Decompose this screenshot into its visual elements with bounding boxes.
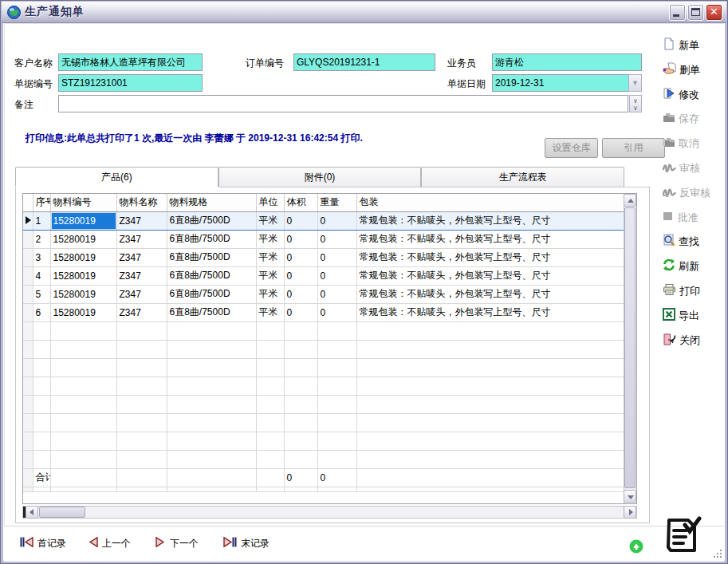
audit-icon	[663, 161, 676, 176]
grid-cell[interactable]: 15280019	[50, 303, 116, 321]
tab-products[interactable]: 产品(6)	[15, 167, 218, 187]
row-selector-cell[interactable]	[23, 248, 33, 266]
row-selector-cell[interactable]	[23, 285, 33, 303]
grid-cell[interactable]: 平米	[256, 248, 284, 266]
grid-cell[interactable]: 0	[284, 211, 317, 230]
grid-cell[interactable]: 常规包装：不贴唛头，外包装写上型号、尺寸	[356, 248, 625, 266]
tab-process-table[interactable]: 生产流程表	[421, 167, 624, 187]
vertical-scroll-thumb[interactable]	[624, 207, 636, 488]
grid-cell[interactable]: 5	[33, 285, 50, 303]
grid-cell	[116, 450, 167, 468]
row-selector-cell[interactable]	[23, 211, 33, 230]
grid-cell[interactable]: 0	[284, 303, 317, 321]
sidebar-button-approve: 批准	[663, 209, 698, 227]
grid-cell[interactable]: 6直8曲/7500D	[167, 248, 256, 266]
grid-cell[interactable]: 6直8曲/7500D	[167, 230, 256, 248]
grid-cell[interactable]: 平米	[256, 266, 284, 285]
grid-cell[interactable]: 6直8曲/7500D	[167, 266, 256, 285]
grid-cell[interactable]: Z347	[116, 211, 167, 230]
sidebar-button-refresh[interactable]: 刷新	[663, 258, 699, 275]
tab-attachments[interactable]: 附件(0)	[218, 167, 422, 187]
scroll-down-button[interactable]	[624, 490, 636, 503]
close-button[interactable]: ✕	[706, 4, 722, 21]
grid-cell[interactable]: 常规包装：不贴唛头，外包装写上型号、尺寸	[356, 285, 625, 303]
sidebar-button-print[interactable]: 打印	[663, 282, 700, 300]
grid-cell[interactable]: 0	[317, 211, 356, 230]
sidebar-button-label: 取消	[679, 136, 699, 151]
grid-cell[interactable]: 常规包装：不贴唛头，外包装写上型号、尺寸	[356, 303, 625, 321]
grid-cell[interactable]: 4	[33, 266, 50, 285]
nav-next-record[interactable]: 下一个	[155, 536, 199, 550]
minimize-button[interactable]	[669, 4, 686, 21]
grid-cell	[284, 487, 317, 491]
grid-cell[interactable]: 2	[33, 230, 50, 248]
nav-previous-record[interactable]: 上一个	[88, 536, 131, 550]
sidebar-button-find[interactable]: 查找	[663, 233, 699, 250]
order-no-input[interactable]	[293, 53, 435, 71]
grid-cell[interactable]: 0	[284, 230, 317, 248]
doc-date-input[interactable]	[492, 74, 642, 92]
doc-no-input[interactable]	[58, 74, 203, 92]
grid-cell[interactable]: 常规包装：不贴唛头，外包装写上型号、尺寸	[356, 266, 625, 285]
grid-cell[interactable]: 0	[284, 285, 317, 303]
grid-cell[interactable]: 15280019	[50, 285, 116, 303]
nav-first-record[interactable]: 首记录	[20, 536, 66, 550]
customer-input[interactable]	[58, 53, 203, 71]
grid-cell[interactable]: 平米	[256, 230, 284, 248]
grid-cell[interactable]: 15280019	[50, 266, 116, 285]
grid-cell[interactable]: Z347	[116, 303, 167, 321]
grid-cell[interactable]: 15280019	[50, 248, 116, 266]
sidebar-button-label: 保存	[679, 112, 699, 126]
grid-cell[interactable]: 0	[317, 266, 356, 285]
row-selector-cell	[23, 358, 33, 377]
sidebar-button-new-doc[interactable]: 新单	[663, 37, 699, 54]
row-selector-cell[interactable]	[23, 303, 33, 321]
grid-cell[interactable]: 常规包装：不贴唛头，外包装写上型号、尺寸	[356, 230, 625, 248]
grid-cell[interactable]: 平米	[256, 303, 284, 321]
grid-cell[interactable]: 0	[284, 248, 317, 266]
grid-cell[interactable]: 15280019	[50, 211, 116, 230]
grid-horizontal-scrollbar[interactable]	[22, 506, 637, 519]
doc-no-label: 单据编号	[14, 77, 53, 91]
sidebar-button-export[interactable]: 导出	[663, 307, 699, 325]
nav-last-record[interactable]: 末记录	[223, 536, 270, 550]
grid-cell[interactable]: 6直8曲/7500D	[167, 211, 256, 230]
grid-cell[interactable]: 0	[317, 303, 356, 321]
grid-cell[interactable]: 6	[33, 303, 50, 321]
doc-date-dropdown-button[interactable]: ▼	[628, 74, 642, 92]
grid-cell[interactable]: 3	[33, 248, 50, 266]
grid-cell[interactable]: 平米	[256, 285, 284, 303]
grid-cell[interactable]: Z347	[116, 248, 167, 266]
sidebar-button-close-doc[interactable]: 关闭	[663, 332, 700, 349]
maximize-button[interactable]	[687, 4, 704, 21]
grid-cell[interactable]: 0	[317, 230, 356, 248]
scroll-right-button[interactable]	[624, 506, 636, 519]
row-selector-cell	[23, 487, 33, 491]
remark-expand-button[interactable]: ∨∨	[629, 95, 642, 112]
row-selector-cell[interactable]	[23, 230, 33, 248]
row-selector-cell[interactable]	[23, 266, 33, 285]
remark-input[interactable]	[58, 95, 628, 112]
grid-cell[interactable]: Z347	[116, 266, 167, 285]
grid-cell[interactable]: 0	[317, 248, 356, 266]
grid-cell[interactable]: 0	[317, 285, 356, 303]
resize-grip[interactable]	[712, 548, 722, 558]
grid-cell[interactable]: 0	[284, 266, 317, 285]
scroll-left-button[interactable]	[26, 506, 38, 519]
grid-cell[interactable]: Z347	[116, 230, 167, 248]
salesman-input[interactable]	[492, 53, 642, 71]
scroll-up-button[interactable]	[624, 194, 636, 207]
grid-cell[interactable]: 15280019	[50, 230, 116, 248]
sidebar-button-modify[interactable]: 修改	[663, 86, 699, 104]
grid-cell[interactable]: 6直8曲/7500D	[167, 303, 256, 321]
grid-cell[interactable]: 1	[33, 211, 50, 230]
sidebar-button-delete-doc[interactable]: 删单	[663, 61, 700, 79]
grid-cell	[317, 395, 356, 413]
status-orb-icon[interactable]	[629, 539, 643, 554]
grid-vertical-scrollbar[interactable]	[624, 194, 636, 503]
grid-cell[interactable]: 平米	[256, 211, 284, 230]
grid-cell[interactable]: 常规包装：不贴唛头，外包装写上型号、尺寸	[356, 211, 625, 230]
grid-cell[interactable]: Z347	[116, 285, 167, 303]
grid-cell[interactable]: 6直8曲/7500D	[167, 285, 256, 303]
horizontal-scroll-thumb[interactable]	[39, 507, 85, 518]
